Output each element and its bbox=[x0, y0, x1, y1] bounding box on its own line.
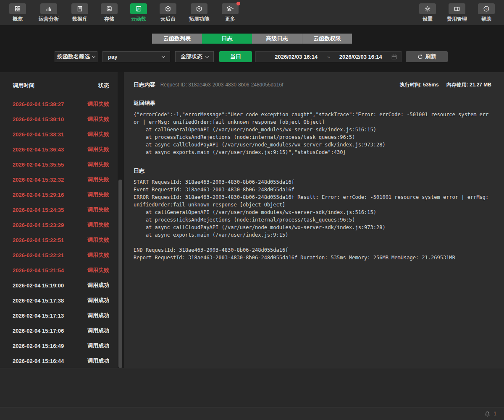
billing-icon bbox=[449, 3, 465, 14]
call-log-row[interactable]: 2026-02-04 15:22:51调用失败 bbox=[0, 232, 118, 248]
call-log-row[interactable]: 2026-02-04 15:16:44调用成功 bbox=[0, 353, 118, 368]
call-time: 2026-02-04 15:35:55 bbox=[13, 162, 64, 168]
call-time: 2026-02-04 15:22:51 bbox=[13, 237, 64, 243]
call-log-row[interactable]: 2026-02-04 15:29:16调用失败 bbox=[0, 187, 118, 202]
call-log-row[interactable]: 2026-02-04 15:36:43调用失败 bbox=[0, 142, 118, 157]
call-time: 2026-02-04 15:29:16 bbox=[13, 192, 64, 198]
nav-item-storage[interactable]: 存储 bbox=[101, 3, 118, 22]
call-log-row[interactable]: 2026-02-04 15:39:27调用失败 bbox=[0, 97, 118, 112]
call-log-row[interactable]: 2026-02-04 15:22:21调用失败 bbox=[0, 248, 118, 263]
calendar-icon bbox=[391, 54, 397, 60]
status-filter-dropdown[interactable]: 全部状态 bbox=[175, 51, 214, 62]
top-nav-left: 概览运营分析数据库存储fx云函数云后台拓展功能更多 bbox=[9, 3, 239, 22]
refresh-button[interactable]: 刷新 bbox=[406, 51, 448, 62]
date-to-value: 2026/02/03 16:14 bbox=[339, 54, 382, 60]
call-status: 调用失败 bbox=[87, 191, 109, 198]
call-time: 2026-02-04 15:39:27 bbox=[13, 101, 64, 107]
nav-label: 数据库 bbox=[72, 16, 87, 22]
call-log-row[interactable]: 2026-02-04 15:21:54调用失败 bbox=[0, 263, 118, 278]
top-nav-bar: 概览运营分析数据库存储fx云函数云后台拓展功能更多 设置费用管理?帮助 bbox=[0, 0, 504, 25]
log-content-title: 日志内容 bbox=[134, 81, 155, 88]
log-metrics: 执行时间: 535ms 内存使用: 21.27 MB bbox=[400, 81, 491, 89]
filter-bar: 按函数名筛选 pay 全部状态 当日 2026/02/03 16:14 ~ 20… bbox=[0, 51, 504, 62]
bell-icon[interactable] bbox=[484, 411, 491, 417]
nav-label: 云函数 bbox=[131, 16, 146, 22]
call-log-row[interactable]: 2026-02-04 15:38:31调用失败 bbox=[0, 127, 118, 142]
nav-item-cloud-backend[interactable]: 云后台 bbox=[160, 3, 176, 22]
call-log-row[interactable]: 2026-02-04 15:17:38调用成功 bbox=[0, 293, 118, 308]
call-time: 2026-02-04 15:39:10 bbox=[13, 116, 64, 123]
notification-count: 1 bbox=[494, 411, 496, 417]
call-log-row[interactable]: 2026-02-04 15:39:10调用失败 bbox=[0, 112, 118, 127]
list-scrollbar-track[interactable] bbox=[118, 72, 124, 368]
call-status: 调用失败 bbox=[87, 100, 109, 108]
grid-icon bbox=[9, 3, 26, 14]
tab[interactable]: 日志 bbox=[202, 34, 252, 44]
bottom-strip bbox=[0, 368, 504, 407]
cube-icon bbox=[160, 3, 176, 14]
nav-item-database[interactable]: 数据库 bbox=[71, 3, 88, 22]
nav-item-overview[interactable]: 概览 bbox=[9, 3, 26, 22]
log-text: START RequestId: 318ae463-2003-4830-8b06… bbox=[134, 178, 491, 261]
log-title-group: 日志内容 Request ID: 318ae463-2003-4830-8b06… bbox=[134, 81, 284, 89]
date-range-picker[interactable]: 2026/02/03 16:14 ~ 2026/02/03 16:14 bbox=[255, 51, 402, 62]
log-detail-panel: 日志内容 Request ID: 318ae463-2003-4830-8b06… bbox=[124, 72, 504, 368]
nav-label: 概览 bbox=[13, 16, 23, 22]
nav-label: 云后台 bbox=[160, 16, 176, 22]
return-result-text: {"errorCode":-1,"errorMessage":"User cod… bbox=[134, 111, 491, 156]
call-log-row[interactable]: 2026-02-04 15:17:13调用成功 bbox=[0, 308, 118, 323]
status-filter-value: 全部状态 bbox=[181, 53, 202, 60]
nav-item-more[interactable]: 更多 bbox=[222, 3, 239, 22]
tab[interactable]: 云函数列表 bbox=[152, 34, 202, 44]
nav-item-help[interactable]: ?帮助 bbox=[478, 3, 495, 22]
call-status: 调用失败 bbox=[87, 206, 109, 214]
call-status: 调用失败 bbox=[87, 236, 109, 244]
call-time: 2026-02-04 15:36:43 bbox=[13, 146, 64, 153]
help-icon: ? bbox=[478, 3, 495, 14]
list-icon bbox=[71, 3, 88, 14]
call-time: 2026-02-04 15:16:44 bbox=[13, 358, 64, 364]
list-scrollbar-thumb[interactable] bbox=[118, 180, 122, 368]
refresh-icon bbox=[417, 54, 423, 60]
call-status: 调用成功 bbox=[87, 342, 109, 350]
call-status: 调用成功 bbox=[87, 357, 109, 365]
tab[interactable]: 云函数权限 bbox=[302, 34, 352, 44]
log-detail-header: 日志内容 Request ID: 318ae463-2003-4830-8b06… bbox=[124, 72, 504, 89]
nav-label: 存储 bbox=[104, 16, 114, 22]
call-status: 调用失败 bbox=[87, 221, 109, 229]
nav-item-extensions[interactable]: 拓展功能 bbox=[189, 3, 209, 22]
top-nav-right: 设置费用管理?帮助 bbox=[419, 3, 495, 22]
filter-type-dropdown[interactable]: 按函数名筛选 bbox=[55, 51, 97, 62]
chevron-down-icon bbox=[205, 54, 209, 57]
log-tabs: 云函数列表日志高级日志云函数权限 bbox=[152, 34, 352, 44]
column-status: 状态 bbox=[98, 82, 109, 89]
today-button[interactable]: 当日 bbox=[219, 51, 252, 62]
status-bar: 1 bbox=[0, 407, 504, 420]
nav-item-cloud-function[interactable]: fx云函数 bbox=[130, 3, 147, 22]
call-log-row[interactable]: 2026-02-04 15:17:06调用成功 bbox=[0, 323, 118, 338]
call-log-row[interactable]: 2026-02-04 15:32:32调用失败 bbox=[0, 172, 118, 187]
call-time: 2026-02-04 15:21:54 bbox=[13, 267, 64, 274]
exec-time: 执行时间: 535ms bbox=[400, 81, 439, 89]
nav-item-billing[interactable]: 费用管理 bbox=[447, 3, 467, 22]
chevron-down-icon bbox=[92, 54, 95, 57]
call-log-row[interactable]: 2026-02-04 15:23:29调用失败 bbox=[0, 217, 118, 232]
function-name-dropdown[interactable]: pay bbox=[102, 51, 170, 62]
cloud-console-window: 概览运营分析数据库存储fx云函数云后台拓展功能更多 设置费用管理?帮助 云函数列… bbox=[0, 0, 504, 420]
nav-item-analysis[interactable]: 运营分析 bbox=[39, 3, 59, 22]
call-status: 调用成功 bbox=[87, 312, 109, 319]
function-name-value: pay bbox=[108, 54, 117, 60]
tab[interactable]: 高级日志 bbox=[252, 34, 302, 44]
call-log-row[interactable]: 2026-02-04 15:16:49调用成功 bbox=[0, 338, 118, 353]
call-time: 2026-02-04 15:16:49 bbox=[13, 343, 64, 349]
call-status: 调用失败 bbox=[87, 161, 109, 168]
call-log-row[interactable]: 2026-02-04 15:35:55调用失败 bbox=[0, 157, 118, 172]
chevron-down-icon bbox=[162, 54, 165, 57]
call-log-row[interactable]: 2026-02-04 15:24:35调用失败 bbox=[0, 202, 118, 217]
column-call-time: 调用时间 bbox=[13, 82, 34, 89]
nav-label: 拓展功能 bbox=[189, 16, 209, 22]
log-section-title: 日志 bbox=[134, 167, 491, 175]
call-log-row[interactable]: 2026-02-04 15:19:00调用成功 bbox=[0, 278, 118, 293]
nav-item-settings[interactable]: 设置 bbox=[419, 3, 436, 22]
storage-icon bbox=[101, 3, 118, 14]
